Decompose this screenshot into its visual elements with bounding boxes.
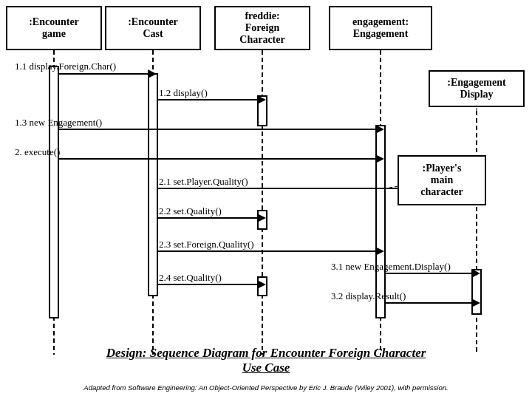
svg-rect-8 — [258, 211, 267, 229]
note-engagement-display: :Engagement Display — [429, 70, 525, 107]
msg-2-2: 2.2 set.Quality() — [159, 205, 222, 217]
svg-marker-27 — [257, 280, 266, 289]
svg-rect-7 — [258, 96, 267, 126]
svg-marker-15 — [257, 95, 266, 104]
svg-rect-11 — [472, 270, 481, 314]
msg-1-3: 1.3 new Engagement() — [15, 117, 102, 129]
note-player-main: :Player's main character — [398, 155, 486, 205]
svg-marker-17 — [375, 125, 384, 134]
msg-2-1: 2.1 set.Player.Quality() — [159, 176, 248, 188]
svg-rect-5 — [50, 66, 58, 318]
msg-3-2: 3.2 display.Result() — [331, 290, 406, 302]
diagram-container: :Encounter game :Encounter Cast freddie:… — [0, 0, 532, 399]
svg-marker-23 — [257, 214, 266, 222]
msg-3-1: 3.1 new Engagement.Display() — [331, 261, 451, 273]
svg-marker-29 — [471, 269, 480, 278]
diagram-title: Design: Sequence Diagram for Encounter F… — [0, 346, 532, 375]
msg-1-2: 1.2 display() — [159, 87, 208, 99]
diagram-subtitle: Adapted from Software Engineering: An Ob… — [0, 383, 532, 392]
svg-marker-25 — [375, 247, 384, 256]
svg-rect-6 — [149, 74, 157, 296]
svg-marker-19 — [375, 154, 384, 163]
actor-engagement: engagement: Engagement — [329, 6, 432, 50]
msg-2-4: 2.4 set.Quality() — [159, 272, 222, 284]
msg-1-1: 1.1 display.Foreign.Char() — [15, 61, 116, 72]
svg-rect-10 — [376, 126, 385, 318]
svg-rect-9 — [258, 277, 267, 296]
actor-freddie: freddie: Foreign Character — [214, 6, 310, 50]
svg-marker-31 — [471, 299, 480, 307]
actor-cast: :Encounter Cast — [105, 6, 201, 50]
actor-game: :Encounter game — [6, 6, 102, 50]
svg-marker-13 — [148, 69, 157, 78]
msg-2-3: 2.3 set.Foreign.Quality() — [159, 239, 254, 250]
msg-2: 2. execute() — [15, 146, 60, 158]
